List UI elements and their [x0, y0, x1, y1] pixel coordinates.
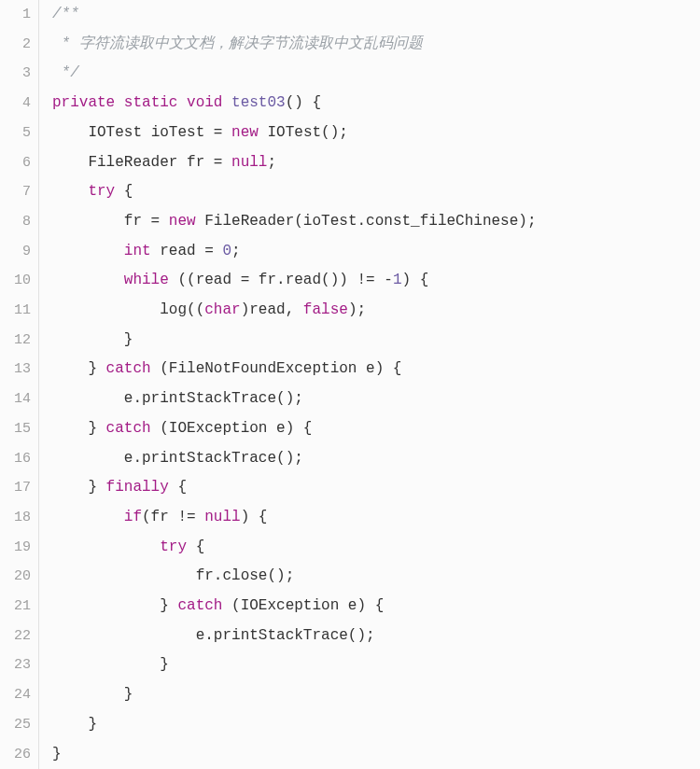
- code-token: =: [142, 213, 169, 230]
- code-token: =: [196, 243, 223, 259]
- line-number: 6: [0, 148, 31, 178]
- line-number: 5: [0, 119, 31, 148]
- code-line[interactable]: /**: [52, 0, 700, 30]
- code-line[interactable]: } finally {: [52, 473, 700, 503]
- line-number: 18: [0, 503, 31, 533]
- code-line[interactable]: private static void test03() {: [52, 89, 700, 119]
- code-token: new: [231, 124, 259, 141]
- code-token: ;: [267, 154, 276, 171]
- code-token: [52, 183, 88, 200]
- code-token: }: [52, 686, 133, 703]
- code-token: catch: [106, 360, 151, 377]
- line-number: 3: [0, 59, 31, 89]
- code-token: [52, 538, 160, 555]
- code-token: )read,: [241, 301, 303, 318]
- code-token: read: [160, 243, 195, 259]
- code-token: while: [124, 272, 169, 288]
- code-line[interactable]: }: [52, 326, 700, 356]
- code-token: null: [231, 154, 267, 171]
- line-number: 13: [0, 355, 31, 384]
- code-token: /**: [52, 6, 79, 22]
- line-number: 17: [0, 473, 31, 503]
- line-number: 19: [0, 533, 31, 563]
- code-line[interactable]: } catch (IOException e) {: [52, 414, 700, 444]
- code-line[interactable]: }: [52, 740, 700, 769]
- code-token: char: [204, 301, 240, 318]
- code-token: */: [52, 64, 79, 81]
- code-line[interactable]: }: [52, 650, 700, 680]
- code-token: fr.close();: [52, 567, 294, 584]
- code-line[interactable]: fr.close();: [52, 562, 700, 592]
- code-line[interactable]: FileReader fr = null;: [52, 148, 700, 178]
- code-line[interactable]: log((char)read, false);: [52, 296, 700, 326]
- code-token: }: [52, 479, 106, 496]
- code-token: [52, 509, 124, 525]
- code-line[interactable]: }: [52, 710, 700, 740]
- code-token: [177, 154, 187, 171]
- code-line[interactable]: while ((read = fr.read()) != -1) {: [52, 266, 700, 296]
- line-number: 8: [0, 207, 31, 237]
- code-token: [52, 213, 124, 230]
- code-line[interactable]: int read = 0;: [52, 237, 700, 267]
- code-token: ();: [321, 124, 348, 141]
- code-token: fr: [187, 154, 204, 171]
- code-token: e.printStackTrace();: [52, 390, 303, 407]
- code-token: =: [204, 124, 231, 141]
- code-line[interactable]: fr = new FileReader(ioTest.const_fileChi…: [52, 207, 700, 237]
- code-token: if: [124, 509, 142, 525]
- code-token: [151, 243, 161, 259]
- line-number: 20: [0, 562, 31, 592]
- line-number: 4: [0, 89, 31, 119]
- code-token: try: [88, 183, 115, 200]
- code-line[interactable]: try {: [52, 177, 700, 207]
- code-token: {: [187, 538, 204, 555]
- code-token: ioTest: [151, 124, 205, 141]
- line-number: 1: [0, 0, 31, 30]
- code-token: ((read = fr.read()) != -: [169, 272, 393, 288]
- code-token: }: [52, 420, 106, 437]
- code-line[interactable]: */: [52, 59, 700, 89]
- code-line[interactable]: e.printStackTrace();: [52, 444, 700, 474]
- code-token: int: [124, 243, 151, 259]
- code-line[interactable]: e.printStackTrace();: [52, 622, 700, 651]
- line-number-gutter: 1234567891011121314151617181920212223242…: [0, 0, 39, 769]
- code-token: [142, 124, 151, 141]
- line-number: 22: [0, 622, 31, 651]
- line-number: 9: [0, 237, 31, 267]
- code-token: try: [160, 538, 187, 555]
- code-token: }: [52, 746, 62, 762]
- code-line[interactable]: if(fr != null) {: [52, 503, 700, 533]
- code-token: ) {: [401, 272, 428, 288]
- code-line[interactable]: }: [52, 680, 700, 710]
- code-token: [177, 94, 187, 111]
- code-token: }: [52, 331, 133, 348]
- code-line[interactable]: try {: [52, 533, 700, 563]
- code-editor-content[interactable]: /** * 字符流读取中文文档，解决字节流读取中文乱码问题 */private …: [39, 0, 700, 769]
- code-token: false: [303, 301, 348, 318]
- code-token: private: [52, 94, 115, 111]
- code-line[interactable]: * 字符流读取中文文档，解决字节流读取中文乱码问题: [52, 30, 700, 60]
- code-token: [52, 272, 124, 288]
- code-token: new: [169, 213, 196, 230]
- code-token: 0: [222, 243, 231, 259]
- code-token: finally: [106, 479, 169, 496]
- code-token: catch: [106, 420, 151, 437]
- code-token: [222, 94, 231, 111]
- code-token: }: [52, 597, 177, 614]
- code-token: ) {: [241, 509, 268, 525]
- code-token: );: [348, 301, 366, 318]
- code-token: (ioTest.const_fileChinese);: [294, 213, 536, 230]
- code-line[interactable]: IOTest ioTest = new IOTest();: [52, 119, 700, 148]
- line-number: 14: [0, 384, 31, 414]
- code-token: * 字符流读取中文文档，解决字节流读取中文乱码问题: [52, 35, 423, 52]
- code-token: }: [52, 656, 169, 673]
- code-token: static: [124, 94, 178, 111]
- code-line[interactable]: } catch (IOException e) {: [52, 592, 700, 622]
- code-token: () {: [286, 94, 321, 111]
- code-token: null: [204, 509, 240, 525]
- code-token: (IOException e) {: [222, 597, 384, 614]
- code-line[interactable]: e.printStackTrace();: [52, 384, 700, 414]
- code-token: FileReader: [88, 154, 177, 171]
- code-token: [196, 213, 205, 230]
- code-line[interactable]: } catch (FileNotFoundException e) {: [52, 355, 700, 384]
